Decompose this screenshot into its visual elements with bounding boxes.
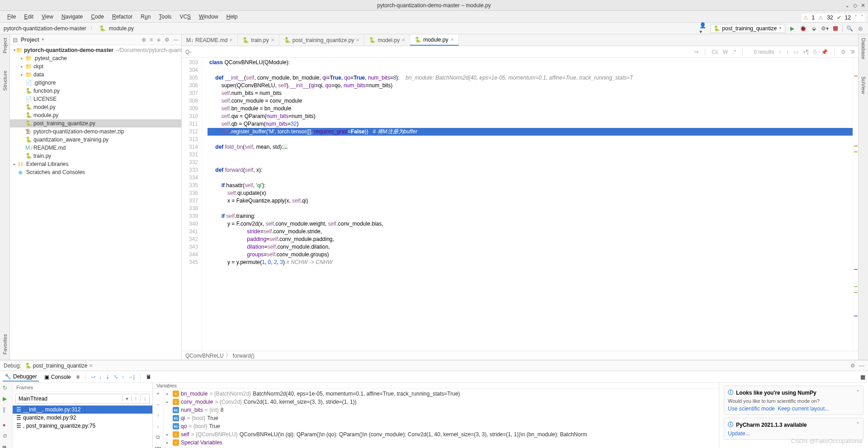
notification-link[interactable]: Use scientific mode [728,406,775,412]
step-over-icon[interactable]: ⤻ [91,374,95,380]
words-toggle[interactable]: W [723,49,728,55]
stop-button[interactable] [831,24,840,33]
variable-row[interactable]: ▸≡ self = {QConvBNReLU} QConvBNReLU(\n (… [164,430,719,439]
menu-run[interactable]: Run [137,13,154,21]
pin-icon[interactable]: 📌 [821,49,828,55]
editor-tab[interactable]: M↓README.md✕ [182,34,238,46]
regex-toggle[interactable]: .* [732,49,736,55]
scratches-and-consoles[interactable]: ◉Scratches and Consoles [10,168,181,176]
menu-code[interactable]: Code [87,13,108,21]
menu-help[interactable]: Help [223,13,241,21]
chevron-down-icon[interactable]: ˅ [857,422,859,428]
tree-file[interactable]: 🐍quantization_aware_training.py [10,136,181,144]
expand-icon[interactable]: ≡ [150,37,153,43]
step-into-icon[interactable]: ↓ [99,374,102,380]
tree-folder[interactable]: ▸📁.pytest_cache [10,54,181,62]
collapse-icon[interactable]: ≑ [156,37,161,43]
dropdown-icon[interactable]: ▼ [41,38,45,42]
chevron-down-icon[interactable]: ˅ [861,14,863,21]
find-input[interactable] [185,49,312,55]
tree-file[interactable]: 🐍post_training_quantize.py [10,119,181,127]
select-all-icon[interactable]: ▭ [793,49,798,55]
close-tab-icon[interactable]: ✕ [89,363,93,369]
stack-frame[interactable]: ☰__init__, module.py:312 [13,406,152,414]
menu-vcs[interactable]: VCS [176,13,194,21]
close-tab-icon[interactable]: ✕ [356,38,359,42]
minimize-icon[interactable]: ⌄ [845,2,849,9]
ide-settings-icon[interactable]: ◎ [856,24,864,33]
tree-folder[interactable]: ▸📁data [10,71,181,79]
layout-icon[interactable]: ▦ [860,374,865,380]
rerun-icon[interactable]: ↻ [3,385,10,391]
menu-view[interactable]: View [38,13,57,21]
maximize-icon[interactable]: ◇ [853,2,857,9]
run-to-cursor-icon[interactable]: →| [128,374,135,380]
pause-icon[interactable]: ∥ [3,406,10,413]
menu-edit[interactable]: Edit [20,13,37,21]
locate-icon[interactable]: ⊕ [142,37,146,43]
close-tab-icon[interactable]: ✕ [271,38,274,42]
tree-file[interactable]: 📄.gitignore [10,79,181,87]
close-tab-icon[interactable]: ✕ [229,38,233,42]
settings-icon[interactable]: ⚙ [841,49,846,55]
history-icon[interactable]: ↪ [694,49,698,55]
tree-file[interactable]: M↓README.md [10,144,181,152]
tool-tab-structure[interactable]: Structure [1,69,9,93]
variable-row[interactable]: ▸≡ bn_module = {BatchNorm2d} BatchNorm2d… [164,390,719,398]
prev-match-icon[interactable]: ↑ [779,49,782,55]
dropdown-icon[interactable]: ▾ [122,396,131,402]
watches-icon[interactable]: 👓 [155,445,161,448]
add-watch-icon[interactable]: + [156,391,160,397]
menu-window[interactable]: Window [195,13,222,21]
breadcrumb-file[interactable]: module.py [109,25,134,32]
prev-frame-icon[interactable]: ↑ [131,396,140,402]
debug-button[interactable]: 🐞 [799,24,807,33]
notification-link[interactable]: Keep current layout... [778,406,829,412]
editor-tab[interactable]: 🐍post_training_quantize.py✕ [279,34,365,46]
copy-icon[interactable]: ⧉ [156,434,160,440]
run-button[interactable]: ▶ [788,24,796,33]
hide-icon[interactable]: — [859,363,864,369]
force-step-icon[interactable]: ⤥ [113,374,118,380]
close-tab-icon[interactable]: ✕ [450,37,454,42]
breadcrumb-class[interactable]: QConvBNReLU [185,353,224,359]
threads-icon[interactable]: ≡ [76,374,80,380]
gear-icon[interactable]: ⚙ [850,363,855,369]
next-frame-icon[interactable]: ↓ [140,396,149,402]
stack-frame[interactable]: ☰, post_training_quantize.py:75 [13,422,152,430]
editor-tab[interactable]: 🐍module.py✕ [410,34,458,46]
settings-icon[interactable]: ⚙ [165,37,170,43]
down-icon[interactable]: ↓ [157,423,160,429]
stack-frame[interactable]: ☰quantize, model.py:92 [13,414,152,422]
breadcrumb-method[interactable]: forward() [233,353,255,359]
inspection-widget[interactable]: ⚠1 ⚠32 ✔12 ˄ ˅ [802,14,865,22]
filter-icon[interactable]: ⎙ [813,49,816,55]
tool-tab-project[interactable]: Project [1,36,9,55]
add-selection-icon[interactable]: +¶ [803,49,809,55]
error-stripe[interactable] [853,58,858,351]
resume-icon[interactable]: ▶ [3,396,10,402]
tree-file[interactable]: 🐍function.py [10,87,181,95]
frame-list[interactable]: ☰__init__, module.py:312☰quantize, model… [13,406,152,448]
settings-icon[interactable]: ∞ [3,443,10,448]
notification-link[interactable]: Update... [728,430,750,437]
thread-selector[interactable]: MainThread ▾ ↑ ↓ [15,394,150,404]
variable-row[interactable]: 01 qi = {bool} True [164,414,719,422]
tree-file[interactable]: 🐍train.py [10,152,181,160]
menu-navigate[interactable]: Navigate [58,13,86,21]
variable-row[interactable]: 01 num_bits = {int} 8 [164,406,719,414]
variable-row[interactable]: 01 qo = {bool} True [164,422,719,430]
variable-row[interactable]: ▸≡ Special Variables [164,439,719,447]
variables-list[interactable]: ▸≡ bn_module = {BatchNorm2d} BatchNorm2d… [164,389,719,448]
code-editor[interactable]: 3033043053063073083093103113123133143313… [182,58,858,351]
variable-row[interactable]: ▸≡ conv_module = {Conv2d} Conv2d(1, 40, … [164,398,719,406]
fold-gutter[interactable] [202,58,208,351]
next-match-icon[interactable]: ↓ [786,49,789,55]
project-root[interactable]: ▾📁pytorch-quantization-demo-master~/Docu… [10,46,181,54]
debugger-tab[interactable]: 🔧 Debugger [3,373,39,382]
menu-refactor[interactable]: Refactor [108,13,136,21]
up-icon[interactable]: ↑ [157,412,160,419]
tree-folder[interactable]: ▸📁ckpt [10,62,181,71]
chevron-up-icon[interactable]: ˄ [854,14,857,21]
chevron-down-icon[interactable]: ˅ [857,390,859,396]
